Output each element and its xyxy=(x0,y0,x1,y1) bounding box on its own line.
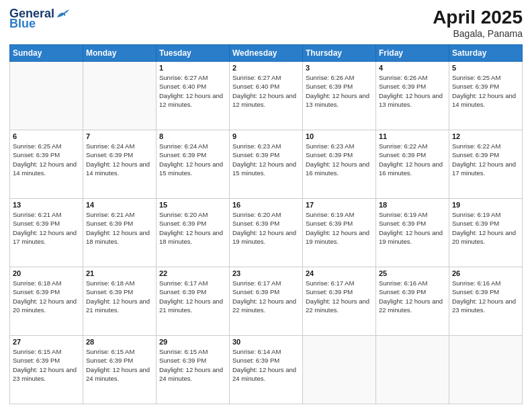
day-info: Sunrise: 6:24 AM Sunset: 6:39 PM Dayligh… xyxy=(159,142,226,177)
calendar-day-cell: 13Sunrise: 6:21 AM Sunset: 6:39 PM Dayli… xyxy=(10,199,83,267)
day-info: Sunrise: 6:24 AM Sunset: 6:39 PM Dayligh… xyxy=(86,142,153,177)
col-wednesday: Wednesday xyxy=(230,45,303,62)
day-info: Sunrise: 6:18 AM Sunset: 6:39 PM Dayligh… xyxy=(13,279,80,314)
day-number: 15 xyxy=(159,201,226,209)
day-number: 7 xyxy=(86,132,153,140)
calendar-day-cell: 21Sunrise: 6:18 AM Sunset: 6:39 PM Dayli… xyxy=(83,267,157,336)
day-number: 1 xyxy=(159,64,226,72)
day-number: 14 xyxy=(86,201,153,209)
day-info: Sunrise: 6:17 AM Sunset: 6:39 PM Dayligh… xyxy=(159,279,226,314)
logo-bird-icon xyxy=(56,7,71,20)
calendar-day-cell: 30Sunrise: 6:14 AM Sunset: 6:39 PM Dayli… xyxy=(230,336,303,404)
day-info: Sunrise: 6:15 AM Sunset: 6:39 PM Dayligh… xyxy=(13,347,80,383)
calendar-day-cell: 27Sunrise: 6:15 AM Sunset: 6:39 PM Dayli… xyxy=(10,336,83,404)
day-info: Sunrise: 6:15 AM Sunset: 6:39 PM Dayligh… xyxy=(159,347,226,383)
calendar-day-cell: 18Sunrise: 6:19 AM Sunset: 6:39 PM Dayli… xyxy=(376,199,449,267)
logo-blue: Blue xyxy=(9,17,36,30)
logo: General Blue xyxy=(9,7,71,30)
col-saturday: Saturday xyxy=(449,45,523,62)
calendar-day-cell: 15Sunrise: 6:20 AM Sunset: 6:39 PM Dayli… xyxy=(157,199,230,267)
day-number: 9 xyxy=(232,132,300,140)
calendar-day-cell: 9Sunrise: 6:23 AM Sunset: 6:39 PM Daylig… xyxy=(230,130,303,199)
day-number: 26 xyxy=(452,269,519,277)
calendar-location: Bagala, Panama xyxy=(433,28,523,39)
col-monday: Monday xyxy=(83,45,157,62)
day-number: 29 xyxy=(159,338,226,346)
col-friday: Friday xyxy=(376,45,449,62)
day-number: 4 xyxy=(379,64,446,72)
day-number: 6 xyxy=(13,132,80,140)
day-number: 24 xyxy=(306,269,373,277)
calendar-day-cell: 20Sunrise: 6:18 AM Sunset: 6:39 PM Dayli… xyxy=(10,267,83,336)
day-info: Sunrise: 6:25 AM Sunset: 6:39 PM Dayligh… xyxy=(452,73,519,109)
calendar-week-row: 13Sunrise: 6:21 AM Sunset: 6:39 PM Dayli… xyxy=(10,199,523,267)
calendar-day-cell xyxy=(449,336,523,404)
day-info: Sunrise: 6:22 AM Sunset: 6:39 PM Dayligh… xyxy=(379,142,446,177)
day-info: Sunrise: 6:27 AM Sunset: 6:40 PM Dayligh… xyxy=(159,73,226,109)
calendar-table: Sunday Monday Tuesday Wednesday Thursday… xyxy=(9,44,523,404)
calendar-day-cell: 29Sunrise: 6:15 AM Sunset: 6:39 PM Dayli… xyxy=(157,336,230,404)
day-number: 22 xyxy=(159,269,226,277)
day-info: Sunrise: 6:17 AM Sunset: 6:39 PM Dayligh… xyxy=(306,279,373,314)
calendar-week-row: 27Sunrise: 6:15 AM Sunset: 6:39 PM Dayli… xyxy=(10,336,523,404)
day-info: Sunrise: 6:19 AM Sunset: 6:39 PM Dayligh… xyxy=(379,210,446,246)
calendar-day-cell xyxy=(83,62,157,130)
day-number: 21 xyxy=(86,269,153,277)
day-info: Sunrise: 6:21 AM Sunset: 6:39 PM Dayligh… xyxy=(86,210,153,246)
day-number: 3 xyxy=(306,64,373,72)
calendar-week-row: 6Sunrise: 6:25 AM Sunset: 6:39 PM Daylig… xyxy=(10,130,523,199)
day-number: 30 xyxy=(232,338,300,346)
header: General Blue April 2025 Bagala, Panama xyxy=(9,7,523,39)
day-info: Sunrise: 6:27 AM Sunset: 6:40 PM Dayligh… xyxy=(232,73,300,109)
calendar-day-cell: 8Sunrise: 6:24 AM Sunset: 6:39 PM Daylig… xyxy=(157,130,230,199)
calendar-day-cell: 12Sunrise: 6:22 AM Sunset: 6:39 PM Dayli… xyxy=(449,130,523,199)
col-sunday: Sunday xyxy=(10,45,83,62)
day-info: Sunrise: 6:18 AM Sunset: 6:39 PM Dayligh… xyxy=(86,279,153,314)
day-number: 16 xyxy=(232,201,300,209)
col-tuesday: Tuesday xyxy=(157,45,230,62)
calendar-day-cell: 25Sunrise: 6:16 AM Sunset: 6:39 PM Dayli… xyxy=(376,267,449,336)
calendar-day-cell: 10Sunrise: 6:23 AM Sunset: 6:39 PM Dayli… xyxy=(303,130,376,199)
calendar-day-cell: 22Sunrise: 6:17 AM Sunset: 6:39 PM Dayli… xyxy=(157,267,230,336)
day-info: Sunrise: 6:23 AM Sunset: 6:39 PM Dayligh… xyxy=(232,142,300,177)
day-number: 10 xyxy=(306,132,373,140)
calendar-day-cell xyxy=(10,62,83,130)
calendar-day-cell: 28Sunrise: 6:15 AM Sunset: 6:39 PM Dayli… xyxy=(83,336,157,404)
day-number: 2 xyxy=(232,64,300,72)
day-info: Sunrise: 6:14 AM Sunset: 6:39 PM Dayligh… xyxy=(232,347,300,383)
calendar-day-cell: 26Sunrise: 6:16 AM Sunset: 6:39 PM Dayli… xyxy=(449,267,523,336)
day-number: 17 xyxy=(306,201,373,209)
day-info: Sunrise: 6:23 AM Sunset: 6:39 PM Dayligh… xyxy=(306,142,373,177)
day-info: Sunrise: 6:21 AM Sunset: 6:39 PM Dayligh… xyxy=(13,210,80,246)
day-info: Sunrise: 6:16 AM Sunset: 6:39 PM Dayligh… xyxy=(379,279,446,314)
day-info: Sunrise: 6:26 AM Sunset: 6:39 PM Dayligh… xyxy=(306,73,373,109)
day-info: Sunrise: 6:15 AM Sunset: 6:39 PM Dayligh… xyxy=(86,347,153,383)
calendar-title: April 2025 xyxy=(433,7,523,28)
calendar-day-cell: 24Sunrise: 6:17 AM Sunset: 6:39 PM Dayli… xyxy=(303,267,376,336)
day-number: 5 xyxy=(452,64,519,72)
calendar-day-cell: 7Sunrise: 6:24 AM Sunset: 6:39 PM Daylig… xyxy=(83,130,157,199)
day-info: Sunrise: 6:19 AM Sunset: 6:39 PM Dayligh… xyxy=(452,210,519,246)
day-number: 20 xyxy=(13,269,80,277)
day-number: 25 xyxy=(379,269,446,277)
day-info: Sunrise: 6:17 AM Sunset: 6:39 PM Dayligh… xyxy=(232,279,300,314)
calendar-day-cell: 23Sunrise: 6:17 AM Sunset: 6:39 PM Dayli… xyxy=(230,267,303,336)
calendar-day-cell: 5Sunrise: 6:25 AM Sunset: 6:39 PM Daylig… xyxy=(449,62,523,130)
day-number: 27 xyxy=(13,338,80,346)
day-number: 19 xyxy=(452,201,519,209)
calendar-week-row: 1Sunrise: 6:27 AM Sunset: 6:40 PM Daylig… xyxy=(10,62,523,130)
day-number: 18 xyxy=(379,201,446,209)
calendar-day-cell: 19Sunrise: 6:19 AM Sunset: 6:39 PM Dayli… xyxy=(449,199,523,267)
calendar-day-cell: 17Sunrise: 6:19 AM Sunset: 6:39 PM Dayli… xyxy=(303,199,376,267)
title-block: April 2025 Bagala, Panama xyxy=(433,7,523,39)
calendar-day-cell: 4Sunrise: 6:26 AM Sunset: 6:39 PM Daylig… xyxy=(376,62,449,130)
calendar-day-cell xyxy=(376,336,449,404)
day-info: Sunrise: 6:26 AM Sunset: 6:39 PM Dayligh… xyxy=(379,73,446,109)
day-number: 28 xyxy=(86,338,153,346)
day-info: Sunrise: 6:16 AM Sunset: 6:39 PM Dayligh… xyxy=(452,279,519,314)
calendar-day-cell: 1Sunrise: 6:27 AM Sunset: 6:40 PM Daylig… xyxy=(157,62,230,130)
day-info: Sunrise: 6:22 AM Sunset: 6:39 PM Dayligh… xyxy=(452,142,519,177)
day-number: 23 xyxy=(232,269,300,277)
page: General Blue April 2025 Bagala, Panama S… xyxy=(0,0,532,411)
day-info: Sunrise: 6:20 AM Sunset: 6:39 PM Dayligh… xyxy=(232,210,300,246)
